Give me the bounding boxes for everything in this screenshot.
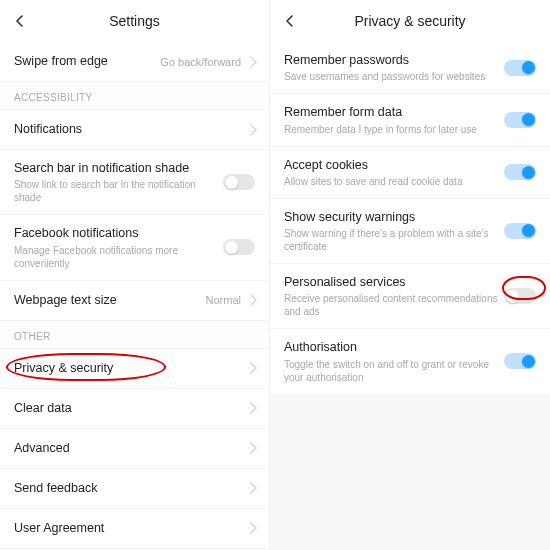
row-notifications[interactable]: Notifications xyxy=(0,110,269,150)
row-value: Normal xyxy=(206,294,241,306)
row-sub: Save usernames and passwords for website… xyxy=(284,70,504,83)
row-label: Search bar in notification shade xyxy=(14,160,223,176)
row-label: Show security warnings xyxy=(284,209,504,225)
chevron-right-icon xyxy=(245,522,256,533)
row-sub: Manage Facebook notifications more conve… xyxy=(14,244,223,270)
toggle-authorisation[interactable] xyxy=(504,353,536,369)
row-label: Remember passwords xyxy=(284,52,504,68)
privacy-title: Privacy & security xyxy=(270,13,550,29)
privacy-content: Remember passwords Save usernames and pa… xyxy=(270,42,550,550)
row-label: Remember form data xyxy=(284,104,504,120)
row-sub: Show warning if there's a problem with a… xyxy=(284,227,504,253)
row-label: Webpage text size xyxy=(14,292,206,308)
row-privacy-security[interactable]: Privacy & security xyxy=(0,349,269,389)
toggle-facebook[interactable] xyxy=(223,239,255,255)
chevron-right-icon xyxy=(245,362,256,373)
row-label: Clear data xyxy=(14,400,247,416)
row-accept-cookies[interactable]: Accept cookies Allow sites to save and r… xyxy=(270,147,550,199)
row-clear-data[interactable]: Clear data xyxy=(0,389,269,429)
row-label: User Agreement xyxy=(14,520,247,536)
row-label: Personalised services xyxy=(284,274,504,290)
row-webpage-text-size[interactable]: Webpage text size Normal xyxy=(0,281,269,321)
privacy-pane: Privacy & security Remember passwords Sa… xyxy=(270,0,550,550)
chevron-right-icon xyxy=(245,294,256,305)
settings-content: Swipe from edge Go back/forward ACCESSIB… xyxy=(0,42,269,550)
chevron-right-icon xyxy=(245,482,256,493)
row-show-security-warnings[interactable]: Show security warnings Show warning if t… xyxy=(270,199,550,264)
settings-header: Settings xyxy=(0,0,269,42)
empty-area xyxy=(270,394,550,551)
row-send-feedback[interactable]: Send feedback xyxy=(0,469,269,509)
row-label: Authorisation xyxy=(284,339,504,355)
toggle-remember-passwords[interactable] xyxy=(504,60,536,76)
privacy-header: Privacy & security xyxy=(270,0,550,42)
toggle-security-warnings[interactable] xyxy=(504,223,536,239)
row-swipe-from-edge[interactable]: Swipe from edge Go back/forward xyxy=(0,42,269,82)
row-label: Notifications xyxy=(14,121,247,137)
back-button[interactable] xyxy=(10,11,30,31)
row-sub: Receive personalised content recommendat… xyxy=(284,292,504,318)
row-advanced[interactable]: Advanced xyxy=(0,429,269,469)
row-user-agreement[interactable]: User Agreement xyxy=(0,509,269,549)
row-sub: Show link to search bar in the notificat… xyxy=(14,178,223,204)
row-label: Facebook notifications xyxy=(14,225,223,241)
row-label: Privacy & security xyxy=(14,360,247,376)
back-icon xyxy=(284,15,296,27)
toggle-remember-form-data[interactable] xyxy=(504,112,536,128)
row-label: Accept cookies xyxy=(284,157,504,173)
toggle-personalised-services[interactable] xyxy=(504,288,536,304)
back-icon xyxy=(14,15,26,27)
row-value: Go back/forward xyxy=(160,56,241,68)
settings-title: Settings xyxy=(0,13,269,29)
row-facebook-notifications[interactable]: Facebook notifications Manage Facebook n… xyxy=(0,215,269,280)
row-sub: Remember data I type in forms for later … xyxy=(284,123,504,136)
row-sub: Allow sites to save and read cookie data xyxy=(284,175,504,188)
row-remember-form-data[interactable]: Remember form data Remember data I type … xyxy=(270,94,550,146)
chevron-right-icon xyxy=(245,442,256,453)
settings-pane: Settings Swipe from edge Go back/forward… xyxy=(0,0,270,550)
toggle-search-bar[interactable] xyxy=(223,174,255,190)
row-sub: Toggle the switch on and off to grant or… xyxy=(284,358,504,384)
section-header-accessibility: ACCESSIBILITY xyxy=(0,82,269,110)
row-personalised-services[interactable]: Personalised services Receive personalis… xyxy=(270,264,550,329)
back-button[interactable] xyxy=(280,11,300,31)
row-authorisation[interactable]: Authorisation Toggle the switch on and o… xyxy=(270,329,550,393)
row-remember-passwords[interactable]: Remember passwords Save usernames and pa… xyxy=(270,42,550,94)
chevron-right-icon xyxy=(245,56,256,67)
row-label: Send feedback xyxy=(14,480,247,496)
section-header-other: OTHER xyxy=(0,321,269,349)
row-label: Advanced xyxy=(14,440,247,456)
chevron-right-icon xyxy=(245,402,256,413)
row-label: Swipe from edge xyxy=(14,53,160,69)
toggle-accept-cookies[interactable] xyxy=(504,164,536,180)
chevron-right-icon xyxy=(245,124,256,135)
row-search-bar-shade[interactable]: Search bar in notification shade Show li… xyxy=(0,150,269,215)
